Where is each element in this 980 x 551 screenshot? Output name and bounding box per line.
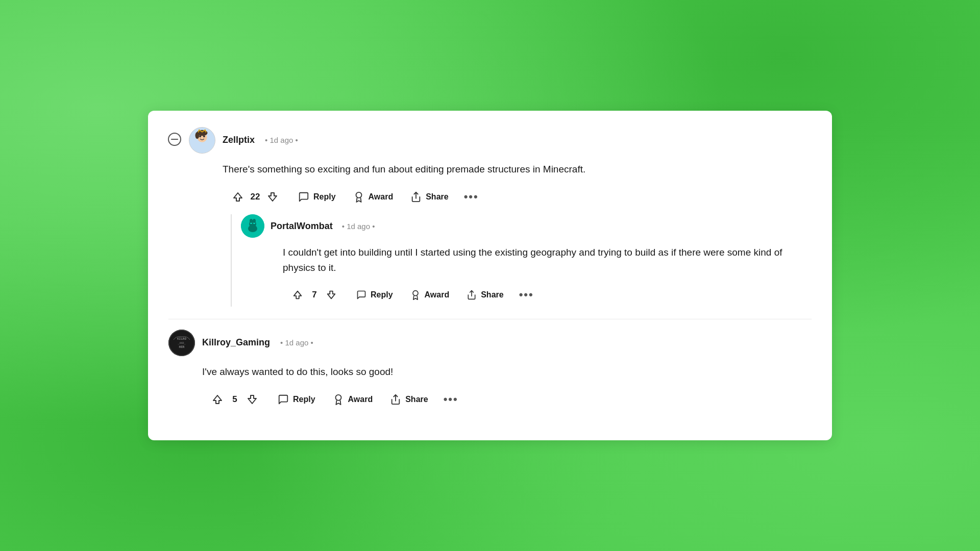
- comment-body-zellptix: There's something so exciting and fun ab…: [223, 162, 812, 177]
- vote-group-killroy: 5: [202, 387, 267, 412]
- comments-card: Zellptix • 1d ago • There's something so…: [148, 111, 832, 441]
- comment-header-killroy: KILRO _AND_ HER Killroy_Gaming • 1d ago …: [168, 330, 812, 356]
- comment-body-portalwombat: I couldn't get into building until I sta…: [283, 245, 812, 275]
- avatar-image-portalwombat: [241, 214, 264, 238]
- share-icon-nested: [467, 290, 477, 300]
- username-portalwombat: PortalWombat: [271, 221, 333, 232]
- svg-text:KILRO: KILRO: [177, 337, 186, 340]
- share-button-killroy[interactable]: Share: [383, 390, 435, 409]
- svg-text:_AND_: _AND_: [178, 341, 186, 345]
- username-killroy: Killroy_Gaming: [202, 337, 270, 348]
- reply-icon: [298, 191, 309, 203]
- reply-button-killroy[interactable]: Reply: [271, 390, 323, 409]
- more-options-button-killroy[interactable]: •••: [438, 391, 463, 408]
- downvote-icon-killroy: [246, 393, 258, 406]
- comment-body-killroy: I've always wanted to do this, looks so …: [202, 364, 812, 379]
- comment-zellptix: Zellptix • 1d ago • There's something so…: [168, 127, 812, 307]
- vote-group-portalwombat: 7: [283, 283, 346, 307]
- avatar-zellptix: [189, 127, 215, 154]
- vote-group-zellptix: 22: [223, 185, 288, 209]
- upvote-button-portalwombat[interactable]: [288, 286, 307, 304]
- actions-killroy: 5 Reply: [202, 387, 812, 412]
- downvote-icon: [266, 191, 279, 203]
- reply-button-portalwombat[interactable]: Reply: [349, 286, 400, 304]
- avatar-portalwombat: [241, 214, 264, 238]
- share-button-zellptix[interactable]: Share: [403, 187, 455, 207]
- award-button-killroy[interactable]: Award: [326, 390, 380, 409]
- downvote-button-killroy[interactable]: [242, 390, 262, 409]
- vote-count-portalwombat: 7: [309, 290, 320, 300]
- svg-point-15: [250, 219, 253, 223]
- svg-text:HER: HER: [179, 345, 185, 348]
- avatar-killroy: KILRO _AND_ HER: [168, 330, 195, 356]
- award-icon-nested: [410, 290, 421, 300]
- reply-button-zellptix[interactable]: Reply: [291, 187, 343, 207]
- svg-point-7: [195, 132, 200, 138]
- comment-header-zellptix: Zellptix • 1d ago •: [189, 127, 812, 154]
- more-options-button-portalwombat[interactable]: •••: [514, 286, 539, 304]
- svg-point-17: [413, 291, 418, 296]
- downvote-icon-nested: [326, 289, 337, 300]
- divider: [168, 319, 812, 319]
- reply-icon-killroy: [278, 394, 289, 405]
- svg-point-16: [253, 219, 256, 223]
- upvote-icon-killroy: [211, 393, 224, 406]
- actions-zellptix: 22 Reply: [223, 185, 812, 209]
- upvote-button-killroy[interactable]: [207, 390, 228, 409]
- upvote-icon-nested: [292, 289, 303, 300]
- downvote-button-zellptix[interactable]: [262, 188, 283, 206]
- actions-portalwombat: 7 Reply: [283, 283, 812, 307]
- reply-icon-nested: [356, 290, 366, 300]
- avatar-image-zellptix: [189, 127, 215, 154]
- username-zellptix: Zellptix: [223, 135, 255, 145]
- meta-zellptix: • 1d ago •: [265, 136, 298, 144]
- share-button-portalwombat[interactable]: Share: [459, 286, 510, 304]
- award-button-portalwombat[interactable]: Award: [403, 286, 457, 304]
- award-button-zellptix[interactable]: Award: [346, 187, 401, 207]
- share-icon-killroy: [390, 394, 401, 405]
- comment-killroy: KILRO _AND_ HER Killroy_Gaming • 1d ago …: [168, 330, 812, 412]
- upvote-icon: [232, 191, 244, 203]
- vote-count-zellptix: 22: [250, 192, 260, 202]
- collapse-button[interactable]: [167, 132, 182, 148]
- comment-header-portalwombat: PortalWombat • 1d ago •: [241, 214, 812, 238]
- downvote-button-portalwombat[interactable]: [322, 286, 341, 304]
- award-icon-killroy: [333, 394, 344, 405]
- upvote-button-zellptix[interactable]: [228, 188, 248, 206]
- vote-count-killroy: 5: [230, 394, 240, 405]
- nested-comment-portalwombat: PortalWombat • 1d ago • I couldn't get i…: [231, 214, 812, 307]
- award-icon: [353, 191, 364, 203]
- avatar-image-killroy: KILRO _AND_ HER: [168, 330, 195, 356]
- svg-point-8: [356, 192, 361, 198]
- svg-point-24: [335, 395, 341, 400]
- more-options-button-zellptix[interactable]: •••: [459, 188, 484, 206]
- meta-portalwombat: • 1d ago •: [342, 222, 375, 231]
- share-icon: [410, 191, 422, 203]
- meta-killroy: • 1d ago •: [280, 338, 313, 347]
- collapse-icon: [167, 132, 182, 146]
